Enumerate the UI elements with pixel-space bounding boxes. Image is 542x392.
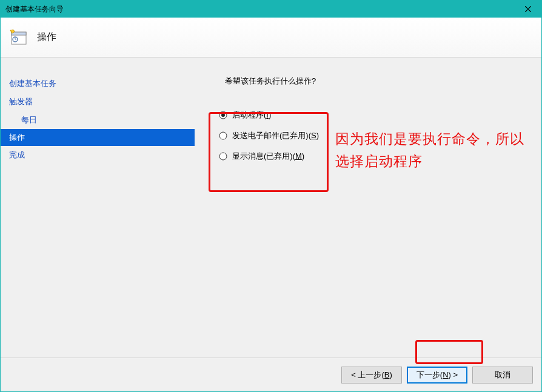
- radio-display-message[interactable]: 显示消息(已弃用)(M): [219, 151, 328, 162]
- back-button[interactable]: < 上一步(B): [341, 367, 402, 384]
- radio-start-program[interactable]: 启动程序(I): [219, 110, 328, 121]
- svg-point-8: [219, 153, 227, 160]
- window-title: 创建基本任务向导: [5, 4, 64, 15]
- svg-point-6: [221, 113, 225, 117]
- radio-label: 发送电子邮件(已弃用)(S): [232, 130, 319, 141]
- wizard-window: 创建基本任务向导 操作 创建基本任务 触发器 每日 操作 完成: [0, 0, 542, 392]
- wizard-sidebar: 创建基本任务 触发器 每日 操作 完成: [1, 58, 195, 391]
- close-button[interactable]: [514, 1, 541, 18]
- titlebar: 创建基本任务向导: [1, 1, 541, 18]
- cancel-button[interactable]: 取消: [472, 367, 533, 384]
- svg-rect-1: [12, 32, 26, 35]
- task-icon: [9, 28, 28, 47]
- sidebar-item-daily[interactable]: 每日: [1, 111, 195, 129]
- sidebar-item-finish[interactable]: 完成: [1, 146, 195, 164]
- svg-point-7: [219, 132, 227, 139]
- radio-icon: [219, 131, 227, 140]
- radio-label: 显示消息(已弃用)(M): [232, 151, 304, 162]
- window-controls: [514, 1, 541, 18]
- sidebar-item-action[interactable]: 操作: [1, 129, 195, 146]
- radio-icon: [219, 111, 227, 119]
- action-options: 启动程序(I) 发送电子邮件(已弃用)(S) 显示消息(已弃用)(M): [213, 104, 334, 168]
- radio-label: 启动程序(I): [232, 110, 271, 121]
- sidebar-item-create[interactable]: 创建基本任务: [1, 75, 195, 93]
- wizard-step-title: 操作: [37, 31, 56, 44]
- radio-send-email[interactable]: 发送电子邮件(已弃用)(S): [219, 130, 328, 141]
- wizard-footer: < 上一步(B) 下一步(N) > 取消: [1, 357, 541, 391]
- action-question: 希望该任务执行什么操作?: [225, 76, 529, 87]
- wizard-header: 操作: [1, 18, 541, 58]
- annotation-text: 因为我们是要执行命令，所以选择启动程序: [335, 128, 535, 173]
- sidebar-item-trigger[interactable]: 触发器: [1, 93, 195, 111]
- next-button[interactable]: 下一步(N) >: [407, 367, 467, 384]
- close-icon: [525, 6, 531, 12]
- radio-icon: [219, 152, 227, 161]
- wizard-main: 希望该任务执行什么操作? 启动程序(I) 发送电子邮件(已弃用)(S) 显示消息…: [195, 58, 541, 391]
